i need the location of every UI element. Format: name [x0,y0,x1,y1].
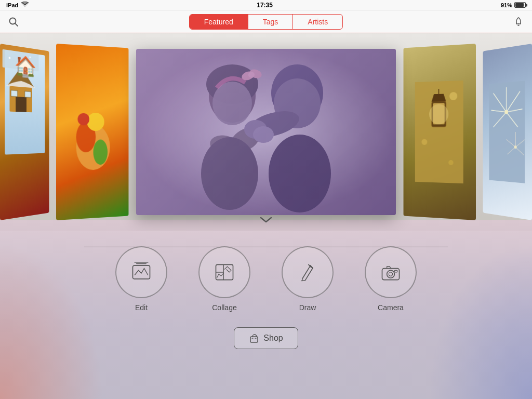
tab-tags[interactable]: Tags [248,15,294,29]
status-left: iPad [6,2,29,8]
svg-rect-75 [250,337,258,342]
svg-rect-59 [133,265,150,279]
nav-bar: Featured Tags Artists [0,10,532,33]
tab-control: Featured Tags Artists [189,14,343,30]
collage-tool[interactable]: Collage [198,246,250,312]
svg-rect-43 [489,81,525,183]
wifi-icon [21,2,29,8]
svg-rect-7 [25,91,31,98]
bg-blur-left [0,243,104,399]
svg-point-41 [421,139,427,145]
bottom-section: Edit Collage [0,220,532,399]
carousel-image-lantern[interactable] [404,44,476,220]
svg-line-69 [302,281,305,281]
svg-line-66 [305,268,313,281]
edit-label: Edit [135,303,148,312]
camera-circle [365,246,417,298]
battery-icon [514,2,526,8]
shop-button[interactable]: Shop [234,327,298,349]
carousel-image-sparkle[interactable] [483,44,532,220]
draw-label: Draw [299,303,316,312]
collage-label: Collage [212,303,236,312]
draw-tool[interactable]: Draw [282,246,334,312]
shop-icon [249,333,259,343]
svg-point-72 [387,270,395,278]
svg-rect-74 [394,270,397,272]
svg-rect-5 [16,97,26,112]
shop-label: Shop [263,334,283,343]
edit-tool[interactable]: Edit [115,246,167,312]
svg-point-15 [77,113,89,126]
svg-point-11 [20,61,22,63]
chevron-down-icon[interactable] [259,215,273,227]
tab-artists[interactable]: Artists [293,15,342,29]
search-button[interactable] [8,17,19,27]
carousel-image-xmas[interactable] [0,44,49,220]
camera-tool[interactable]: Camera [365,246,417,312]
carousel-area [0,33,532,231]
status-right: 91% [501,2,526,8]
draw-circle [282,246,334,298]
carousel-image-center[interactable] [136,49,396,215]
svg-point-73 [389,272,392,276]
collage-circle [198,246,250,298]
tool-buttons: Edit Collage [115,246,417,312]
svg-line-65 [303,265,311,278]
notifications-button[interactable] [513,17,524,27]
carrier-label: iPad [6,2,18,8]
tab-featured[interactable]: Featured [190,15,248,29]
svg-line-1 [15,23,18,26]
carousel-image-fruit[interactable] [56,44,128,220]
status-bar: iPad 17:35 91% [0,0,532,10]
bg-blur-right [428,243,532,399]
svg-point-10 [30,56,31,58]
status-time: 17:35 [257,2,273,9]
main-content: Edit Collage [0,33,532,399]
battery-percent: 91% [501,2,512,8]
svg-rect-8 [3,49,39,72]
svg-point-14 [87,113,104,131]
svg-rect-6 [11,90,18,97]
svg-marker-36 [432,94,446,102]
camera-label: Camera [378,303,404,312]
edit-circle [115,246,167,298]
